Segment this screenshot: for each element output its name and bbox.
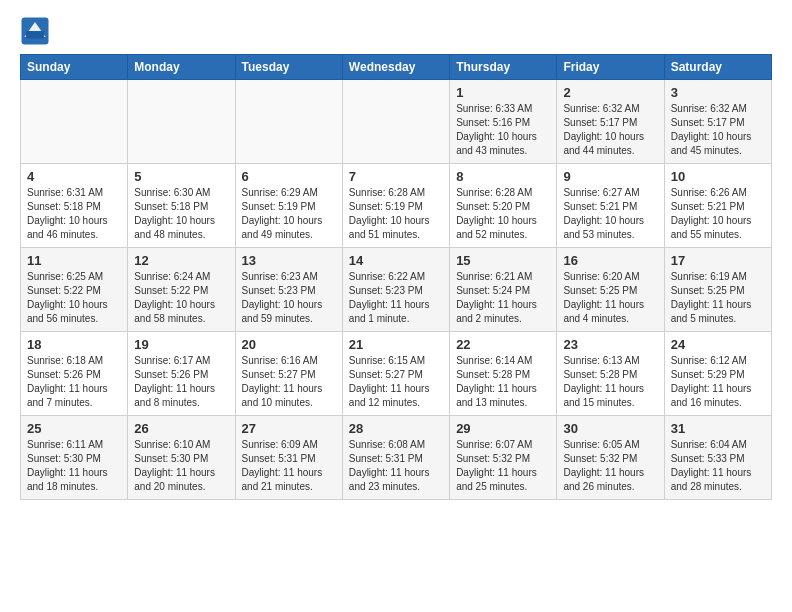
day-number: 15 [456,253,550,268]
day-number: 31 [671,421,765,436]
calendar-cell: 18Sunrise: 6:18 AM Sunset: 5:26 PM Dayli… [21,332,128,416]
day-number: 9 [563,169,657,184]
day-number: 11 [27,253,121,268]
day-info: Sunrise: 6:29 AM Sunset: 5:19 PM Dayligh… [242,186,336,242]
calendar-cell: 12Sunrise: 6:24 AM Sunset: 5:22 PM Dayli… [128,248,235,332]
day-info: Sunrise: 6:31 AM Sunset: 5:18 PM Dayligh… [27,186,121,242]
calendar-cell: 11Sunrise: 6:25 AM Sunset: 5:22 PM Dayli… [21,248,128,332]
calendar-cell: 7Sunrise: 6:28 AM Sunset: 5:19 PM Daylig… [342,164,449,248]
header-row: SundayMondayTuesdayWednesdayThursdayFrid… [21,55,772,80]
day-number: 14 [349,253,443,268]
calendar-cell: 22Sunrise: 6:14 AM Sunset: 5:28 PM Dayli… [450,332,557,416]
calendar-cell: 26Sunrise: 6:10 AM Sunset: 5:30 PM Dayli… [128,416,235,500]
day-number: 29 [456,421,550,436]
calendar-cell: 8Sunrise: 6:28 AM Sunset: 5:20 PM Daylig… [450,164,557,248]
calendar-cell: 1Sunrise: 6:33 AM Sunset: 5:16 PM Daylig… [450,80,557,164]
calendar-cell: 21Sunrise: 6:15 AM Sunset: 5:27 PM Dayli… [342,332,449,416]
calendar-cell: 29Sunrise: 6:07 AM Sunset: 5:32 PM Dayli… [450,416,557,500]
day-number: 28 [349,421,443,436]
calendar-cell: 10Sunrise: 6:26 AM Sunset: 5:21 PM Dayli… [664,164,771,248]
day-info: Sunrise: 6:11 AM Sunset: 5:30 PM Dayligh… [27,438,121,494]
day-number: 23 [563,337,657,352]
day-info: Sunrise: 6:08 AM Sunset: 5:31 PM Dayligh… [349,438,443,494]
calendar-cell: 4Sunrise: 6:31 AM Sunset: 5:18 PM Daylig… [21,164,128,248]
day-number: 10 [671,169,765,184]
day-number: 2 [563,85,657,100]
day-info: Sunrise: 6:21 AM Sunset: 5:24 PM Dayligh… [456,270,550,326]
calendar-cell [235,80,342,164]
calendar-cell: 23Sunrise: 6:13 AM Sunset: 5:28 PM Dayli… [557,332,664,416]
calendar-cell: 28Sunrise: 6:08 AM Sunset: 5:31 PM Dayli… [342,416,449,500]
day-info: Sunrise: 6:22 AM Sunset: 5:23 PM Dayligh… [349,270,443,326]
day-info: Sunrise: 6:25 AM Sunset: 5:22 PM Dayligh… [27,270,121,326]
calendar-cell: 2Sunrise: 6:32 AM Sunset: 5:17 PM Daylig… [557,80,664,164]
day-number: 4 [27,169,121,184]
header-saturday: Saturday [664,55,771,80]
day-info: Sunrise: 6:17 AM Sunset: 5:26 PM Dayligh… [134,354,228,410]
logo [20,16,54,46]
day-info: Sunrise: 6:04 AM Sunset: 5:33 PM Dayligh… [671,438,765,494]
day-info: Sunrise: 6:14 AM Sunset: 5:28 PM Dayligh… [456,354,550,410]
day-number: 5 [134,169,228,184]
logo-icon [20,16,50,46]
day-number: 27 [242,421,336,436]
calendar-cell: 27Sunrise: 6:09 AM Sunset: 5:31 PM Dayli… [235,416,342,500]
day-info: Sunrise: 6:23 AM Sunset: 5:23 PM Dayligh… [242,270,336,326]
day-number: 18 [27,337,121,352]
calendar-cell: 25Sunrise: 6:11 AM Sunset: 5:30 PM Dayli… [21,416,128,500]
day-number: 25 [27,421,121,436]
calendar-cell: 14Sunrise: 6:22 AM Sunset: 5:23 PM Dayli… [342,248,449,332]
day-info: Sunrise: 6:19 AM Sunset: 5:25 PM Dayligh… [671,270,765,326]
day-number: 1 [456,85,550,100]
header-tuesday: Tuesday [235,55,342,80]
day-number: 22 [456,337,550,352]
calendar-cell: 16Sunrise: 6:20 AM Sunset: 5:25 PM Dayli… [557,248,664,332]
day-info: Sunrise: 6:32 AM Sunset: 5:17 PM Dayligh… [671,102,765,158]
day-info: Sunrise: 6:10 AM Sunset: 5:30 PM Dayligh… [134,438,228,494]
day-number: 8 [456,169,550,184]
day-number: 21 [349,337,443,352]
day-info: Sunrise: 6:13 AM Sunset: 5:28 PM Dayligh… [563,354,657,410]
calendar-cell: 13Sunrise: 6:23 AM Sunset: 5:23 PM Dayli… [235,248,342,332]
day-info: Sunrise: 6:20 AM Sunset: 5:25 PM Dayligh… [563,270,657,326]
day-info: Sunrise: 6:05 AM Sunset: 5:32 PM Dayligh… [563,438,657,494]
week-row-3: 11Sunrise: 6:25 AM Sunset: 5:22 PM Dayli… [21,248,772,332]
page-header [20,16,772,46]
calendar-cell: 9Sunrise: 6:27 AM Sunset: 5:21 PM Daylig… [557,164,664,248]
calendar-cell: 15Sunrise: 6:21 AM Sunset: 5:24 PM Dayli… [450,248,557,332]
calendar-cell [342,80,449,164]
day-info: Sunrise: 6:30 AM Sunset: 5:18 PM Dayligh… [134,186,228,242]
header-monday: Monday [128,55,235,80]
header-sunday: Sunday [21,55,128,80]
day-info: Sunrise: 6:33 AM Sunset: 5:16 PM Dayligh… [456,102,550,158]
header-friday: Friday [557,55,664,80]
day-info: Sunrise: 6:16 AM Sunset: 5:27 PM Dayligh… [242,354,336,410]
day-number: 3 [671,85,765,100]
calendar-cell: 3Sunrise: 6:32 AM Sunset: 5:17 PM Daylig… [664,80,771,164]
calendar-cell: 31Sunrise: 6:04 AM Sunset: 5:33 PM Dayli… [664,416,771,500]
calendar-cell: 17Sunrise: 6:19 AM Sunset: 5:25 PM Dayli… [664,248,771,332]
header-wednesday: Wednesday [342,55,449,80]
week-row-5: 25Sunrise: 6:11 AM Sunset: 5:30 PM Dayli… [21,416,772,500]
calendar-cell: 6Sunrise: 6:29 AM Sunset: 5:19 PM Daylig… [235,164,342,248]
day-info: Sunrise: 6:32 AM Sunset: 5:17 PM Dayligh… [563,102,657,158]
day-info: Sunrise: 6:09 AM Sunset: 5:31 PM Dayligh… [242,438,336,494]
calendar-table: SundayMondayTuesdayWednesdayThursdayFrid… [20,54,772,500]
week-row-1: 1Sunrise: 6:33 AM Sunset: 5:16 PM Daylig… [21,80,772,164]
day-number: 7 [349,169,443,184]
svg-rect-2 [26,31,44,39]
day-info: Sunrise: 6:07 AM Sunset: 5:32 PM Dayligh… [456,438,550,494]
day-number: 6 [242,169,336,184]
day-number: 13 [242,253,336,268]
day-info: Sunrise: 6:28 AM Sunset: 5:19 PM Dayligh… [349,186,443,242]
day-number: 12 [134,253,228,268]
day-number: 30 [563,421,657,436]
day-info: Sunrise: 6:24 AM Sunset: 5:22 PM Dayligh… [134,270,228,326]
day-number: 26 [134,421,228,436]
calendar-cell: 30Sunrise: 6:05 AM Sunset: 5:32 PM Dayli… [557,416,664,500]
day-number: 20 [242,337,336,352]
day-number: 19 [134,337,228,352]
week-row-4: 18Sunrise: 6:18 AM Sunset: 5:26 PM Dayli… [21,332,772,416]
calendar-cell [21,80,128,164]
calendar-cell: 24Sunrise: 6:12 AM Sunset: 5:29 PM Dayli… [664,332,771,416]
